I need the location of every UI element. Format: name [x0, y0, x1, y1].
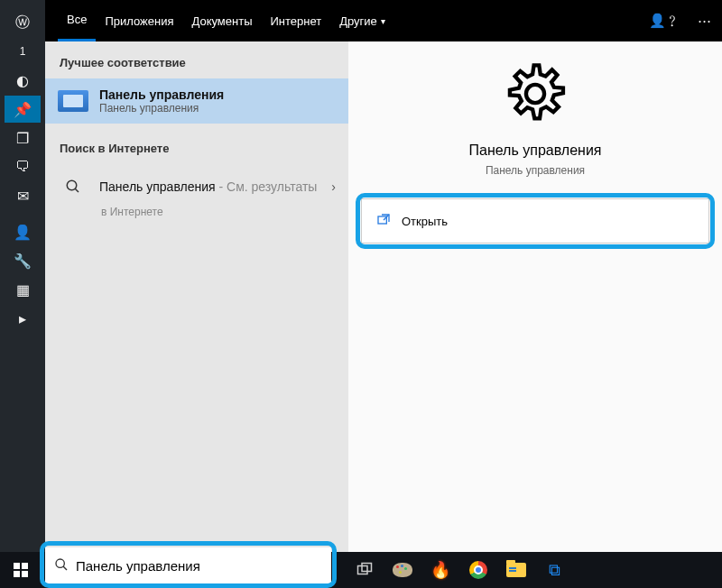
dropbox-app-icon[interactable]: ⧉: [543, 559, 565, 581]
chevron-down-icon: ▾: [381, 16, 385, 26]
search-results-column: Лучшее соответствие Панель управления Па…: [45, 41, 348, 556]
task-view-icon[interactable]: [354, 559, 375, 581]
open-action[interactable]: Открыть: [361, 198, 709, 243]
comments-icon[interactable]: 🗨: [5, 153, 41, 180]
file-explorer-icon[interactable]: [505, 559, 527, 581]
pin-icon[interactable]: 📌: [5, 96, 41, 123]
preview-title: Панель управления: [469, 142, 602, 159]
mail-icon[interactable]: ✉: [5, 182, 41, 209]
search-icon: [54, 557, 69, 574]
search-box-wrapper: [40, 541, 337, 588]
tab-more[interactable]: Другие ▾: [330, 0, 394, 41]
control-panel-icon: [58, 86, 88, 116]
chrome-app-icon[interactable]: [467, 559, 489, 581]
svg-line-7: [63, 566, 67, 570]
preview-subtitle: Панель управления: [486, 164, 585, 177]
paint-app-icon[interactable]: [392, 559, 413, 581]
tab-more-label: Другие: [339, 14, 377, 28]
site-label[interactable]: 1: [5, 38, 41, 65]
svg-point-6: [56, 559, 64, 567]
tab-all[interactable]: Все: [58, 0, 96, 41]
result-subtitle: Панель управления: [99, 102, 224, 115]
play-icon[interactable]: ▸: [5, 305, 41, 332]
chevron-right-icon: ›: [331, 179, 336, 194]
users-icon[interactable]: 👤: [5, 218, 41, 245]
web-result-subline: в Интернете: [101, 206, 348, 225]
search-input[interactable]: [76, 558, 322, 574]
result-title: Панель управления: [99, 87, 224, 102]
open-action-label: Открыть: [402, 215, 448, 228]
tab-web[interactable]: Интернет: [261, 0, 330, 41]
result-control-panel[interactable]: Панель управления Панель управления: [45, 78, 348, 124]
dashboard-icon[interactable]: ◐: [5, 67, 41, 94]
taskbar-search-box[interactable]: [45, 547, 331, 583]
more-options-icon[interactable]: ⋯: [698, 13, 711, 29]
search-icon: [58, 171, 88, 202]
windows-logo-icon: [14, 563, 28, 577]
web-search-header: Поиск в Интернете: [45, 124, 348, 162]
wordpress-icon[interactable]: ⓦ: [5, 9, 41, 36]
tools-icon[interactable]: 🔧: [5, 247, 41, 274]
feedback-icon[interactable]: 👤﹖: [649, 13, 680, 30]
background-app-sidebar: ⓦ 1 ◐ 📌 ❐ 🗨 ✉ 👤 🔧 ▦ ▸: [0, 0, 45, 555]
flame-app-icon[interactable]: 🔥: [430, 559, 451, 581]
start-button[interactable]: [0, 552, 42, 588]
svg-line-1: [75, 188, 79, 192]
svg-point-0: [67, 180, 77, 190]
open-icon: [376, 213, 391, 230]
blocks-icon[interactable]: ▦: [5, 276, 41, 303]
tab-apps[interactable]: Приложения: [96, 0, 182, 41]
best-match-header: Лучшее соответствие: [45, 41, 348, 78]
web-result-title: Панель управления - См. результаты: [99, 179, 317, 194]
start-search-panel: Все Приложения Документы Интернет Другие…: [45, 0, 722, 556]
result-web-search[interactable]: Панель управления - См. результаты ›: [45, 162, 348, 211]
search-filter-tabs: Все Приложения Документы Интернет Другие…: [45, 0, 722, 41]
gear-icon: [503, 61, 568, 126]
svg-point-2: [526, 85, 544, 103]
media-icon[interactable]: ❐: [5, 124, 41, 152]
search-preview-column: Панель управления Панель управления Откр…: [348, 41, 722, 556]
tab-documents[interactable]: Документы: [182, 0, 261, 41]
